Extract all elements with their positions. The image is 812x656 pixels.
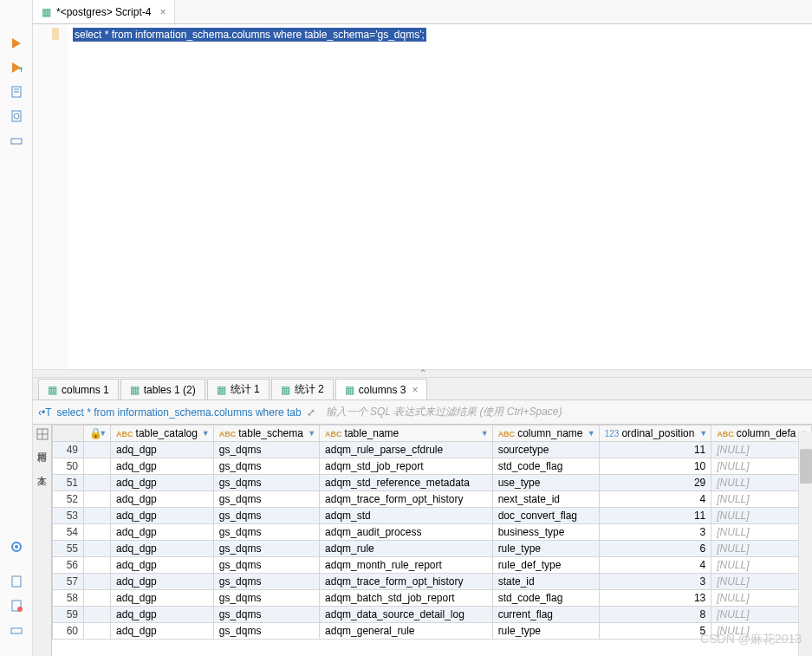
- table-row[interactable]: 59adq_dgpgs_dqmsadqm_data_source_detail_…: [53, 607, 812, 623]
- cell[interactable]: gs_dqms: [213, 623, 319, 640]
- cell[interactable]: business_type: [492, 524, 599, 541]
- result-tab-0[interactable]: ▦columns 1: [38, 379, 119, 399]
- cell[interactable]: state_id: [492, 574, 599, 590]
- cell[interactable]: adqm_audit_process: [320, 524, 493, 541]
- chevron-down-icon[interactable]: ▼: [481, 429, 489, 438]
- table-row[interactable]: 58adq_dgpgs_dqmsadqm_batch_std_job_repor…: [53, 590, 812, 607]
- cell[interactable]: adqm_std_reference_metadata: [320, 475, 493, 491]
- table-row[interactable]: 55adq_dgpgs_dqmsadqm_rulerule_type6[NULL…: [53, 541, 812, 557]
- run-icon[interactable]: [8, 35, 25, 52]
- cell[interactable]: gs_dqms: [213, 607, 319, 623]
- cell[interactable]: adqm_month_rule_report: [320, 557, 493, 574]
- cell[interactable]: adqm_general_rule: [320, 623, 493, 640]
- save-warn-icon[interactable]: [8, 597, 25, 614]
- row-number[interactable]: 55: [53, 541, 84, 557]
- result-tab-4[interactable]: ▦columns 3×: [335, 379, 428, 399]
- cell[interactable]: adq_dgp: [111, 623, 214, 640]
- cell[interactable]: [NULL]: [711, 590, 812, 607]
- cell[interactable]: adq_dgp: [111, 557, 214, 574]
- cell[interactable]: rule_type: [492, 623, 599, 640]
- cell[interactable]: [NULL]: [711, 491, 812, 508]
- cell[interactable]: rule_type: [492, 541, 599, 557]
- export-icon[interactable]: [8, 621, 25, 639]
- expand-icon[interactable]: ⤢: [307, 406, 315, 419]
- cell[interactable]: gs_dqms: [213, 458, 319, 475]
- cell[interactable]: 8: [599, 607, 711, 623]
- column-header-lock[interactable]: 🔒▼: [84, 425, 111, 442]
- cell[interactable]: 3: [599, 574, 711, 590]
- table-row[interactable]: 60adq_dgpgs_dqmsadqm_general_rulerule_ty…: [53, 623, 812, 640]
- cell[interactable]: current_flag: [492, 607, 599, 623]
- cell[interactable]: adqm_rule: [320, 541, 493, 557]
- cell[interactable]: adqm_rule_parse_cfdrule: [320, 442, 493, 458]
- chevron-down-icon[interactable]: ▼: [308, 429, 315, 438]
- cell[interactable]: std_code_flag: [492, 590, 599, 607]
- cell[interactable]: 6: [599, 541, 711, 557]
- cell[interactable]: 13: [599, 590, 711, 607]
- cell[interactable]: adq_dgp: [111, 541, 214, 557]
- column-header-table_schema[interactable]: ABCtable_schema▼: [213, 425, 319, 442]
- cell[interactable]: use_type: [492, 475, 599, 491]
- close-icon[interactable]: ×: [412, 384, 418, 396]
- row-number[interactable]: 53: [53, 508, 84, 524]
- row-number[interactable]: 51: [53, 475, 84, 491]
- column-header-ordinal_position[interactable]: 123ordinal_position▼: [599, 425, 711, 442]
- cell[interactable]: gs_dqms: [213, 590, 319, 607]
- table-row[interactable]: 52adq_dgpgs_dqmsadqm_trace_form_opt_hist…: [53, 491, 812, 508]
- chevron-down-icon[interactable]: ▼: [699, 429, 707, 438]
- table-row[interactable]: 49adq_dgpgs_dqmsadqm_rule_parse_cfdrules…: [53, 442, 812, 458]
- run-plus-icon[interactable]: +: [8, 59, 25, 76]
- plan-icon[interactable]: [8, 132, 25, 149]
- cell[interactable]: [NULL]: [711, 475, 812, 491]
- cell[interactable]: [NULL]: [711, 623, 812, 640]
- cell[interactable]: adq_dgp: [111, 508, 214, 524]
- chevron-down-icon[interactable]: ▼: [99, 429, 107, 438]
- column-header-table_name[interactable]: ABCtable_name▼: [320, 425, 493, 442]
- row-number[interactable]: 50: [53, 458, 84, 475]
- cell[interactable]: adqm_batch_std_job_report: [320, 590, 493, 607]
- results-grid[interactable]: 🔒▼ABCtable_catalog▼ABCtable_schema▼ABCta…: [52, 425, 812, 656]
- column-header-column_name[interactable]: ABCcolumn_name▼: [492, 425, 599, 442]
- table-row[interactable]: 50adq_dgpgs_dqmsadqm_std_job_reportstd_c…: [53, 458, 812, 475]
- cell[interactable]: next_state_id: [492, 491, 599, 508]
- cell[interactable]: adqm_data_source_detail_log: [320, 607, 493, 623]
- filter-input[interactable]: 输入一个 SQL 表达式来过滤结果 (使用 Ctrl+Space): [321, 405, 807, 419]
- cell[interactable]: 5: [599, 623, 711, 640]
- filter-toggle-icon[interactable]: ‹•T: [38, 406, 52, 419]
- table-row[interactable]: 54adq_dgpgs_dqmsadqm_audit_processbusine…: [53, 524, 812, 541]
- cell[interactable]: [NULL]: [711, 458, 812, 475]
- settings-icon[interactable]: [8, 538, 25, 555]
- cell[interactable]: adq_dgp: [111, 607, 214, 623]
- row-number[interactable]: 59: [53, 607, 84, 623]
- cell[interactable]: gs_dqms: [213, 491, 319, 508]
- row-number[interactable]: 54: [53, 524, 84, 541]
- cell[interactable]: gs_dqms: [213, 508, 319, 524]
- cell[interactable]: gs_dqms: [213, 557, 319, 574]
- column-header-column_defa[interactable]: ABCcolumn_defa▼: [711, 425, 812, 442]
- cell[interactable]: adqm_std: [320, 508, 493, 524]
- table-row[interactable]: 57adq_dgpgs_dqmsadqm_trace_form_opt_hist…: [53, 574, 812, 590]
- scrollbar-thumb[interactable]: [800, 449, 812, 484]
- rownum-header[interactable]: [53, 425, 84, 442]
- grid-mode-icon[interactable]: [36, 428, 49, 440]
- cell[interactable]: adq_dgp: [111, 590, 214, 607]
- cell[interactable]: adq_dgp: [111, 524, 214, 541]
- split-handle[interactable]: ⌃: [33, 369, 812, 378]
- cell[interactable]: adq_dgp: [111, 458, 214, 475]
- table-row[interactable]: 51adq_dgpgs_dqmsadqm_std_reference_metad…: [53, 475, 812, 491]
- cell[interactable]: rule_def_type: [492, 557, 599, 574]
- cell[interactable]: adqm_std_job_report: [320, 458, 493, 475]
- sql-editor[interactable]: select * from information_schema.columns…: [33, 24, 812, 369]
- chevron-down-icon[interactable]: ▼: [202, 429, 210, 438]
- cell[interactable]: [NULL]: [711, 442, 812, 458]
- cell[interactable]: adqm_trace_form_opt_history: [320, 574, 493, 590]
- cell[interactable]: [NULL]: [711, 574, 812, 590]
- cell[interactable]: sourcetype: [492, 442, 599, 458]
- cell[interactable]: 10: [599, 458, 711, 475]
- result-tab-1[interactable]: ▦tables 1 (2): [120, 379, 205, 399]
- cell[interactable]: 11: [599, 508, 711, 524]
- row-number[interactable]: 56: [53, 557, 84, 574]
- cell[interactable]: [NULL]: [711, 524, 812, 541]
- table-row[interactable]: 53adq_dgpgs_dqmsadqm_stddoc_convert_flag…: [53, 508, 812, 524]
- row-number[interactable]: 52: [53, 491, 84, 508]
